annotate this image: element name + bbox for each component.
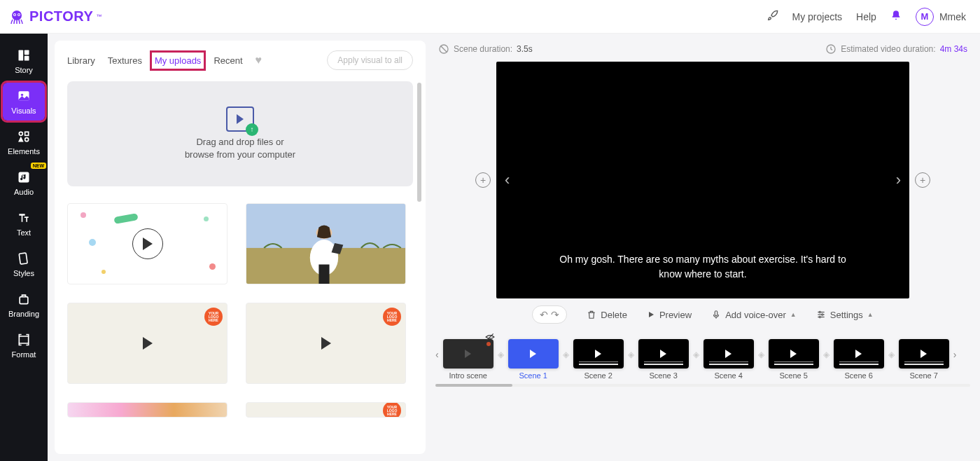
timeline-item-intro[interactable]: Intro scene [443, 339, 493, 380]
timeline-insert-icon[interactable]: ◈ [563, 350, 569, 369]
timeline-thumb [769, 339, 819, 369]
upload-thumb[interactable]: YOUR LOGO HERE [67, 303, 227, 384]
mic-icon [711, 310, 721, 319]
sidebar-item-format[interactable]: Format [3, 326, 45, 364]
play-icon [647, 310, 655, 319]
format-icon [16, 332, 31, 348]
header-right: My projects Help M Mmek [767, 8, 967, 26]
timeline-thumb [508, 339, 559, 369]
sidebar-item-text[interactable]: Text [3, 205, 45, 242]
uploads-grid: YOUR LOGO HERE YOUR LOGO HERE YOUR LOGO … [67, 203, 413, 418]
sidebar-item-visuals[interactable]: Visuals [3, 83, 45, 121]
tab-my-uploads[interactable]: My uploads [155, 55, 201, 66]
svg-rect-11 [25, 132, 29, 135]
svg-point-4 [18, 14, 20, 15]
video-preview[interactable]: ‹ › Oh my gosh. There are so many myths … [496, 62, 909, 298]
tab-library[interactable]: Library [67, 55, 95, 66]
sliders-icon [816, 310, 826, 319]
apply-visual-to-all-button[interactable]: Apply visual to all [327, 50, 413, 70]
svg-point-31 [821, 314, 822, 315]
upload-thumb[interactable]: YOUR LOGO HERE [246, 303, 406, 384]
settings-button[interactable]: Settings ▲ [816, 310, 874, 320]
sidebar-item-branding[interactable]: Branding [3, 286, 45, 324]
trash-icon [587, 310, 596, 319]
next-scene-button[interactable]: › [890, 171, 906, 189]
timeline-item-scene-1[interactable]: Scene 1 [508, 339, 559, 380]
help-link[interactable]: Help [856, 11, 876, 22]
timeline-item-scene-6[interactable]: Scene 6 [834, 339, 884, 380]
user-menu[interactable]: M Mmek [916, 8, 966, 26]
upload-thumb[interactable] [67, 402, 227, 418]
clock-icon [825, 43, 836, 55]
undo-button[interactable]: ↶ [540, 309, 548, 320]
tab-textures[interactable]: Textures [108, 55, 142, 66]
timeline-insert-icon[interactable]: ◈ [498, 350, 504, 369]
svg-point-3 [14, 14, 15, 15]
upload-thumb[interactable] [67, 203, 227, 284]
timeline-scrollbar[interactable] [435, 384, 970, 387]
caption-text: Oh my gosh. There are so many myths abou… [496, 252, 909, 282]
timeline-scroll-right[interactable]: › [953, 349, 957, 370]
add-voiceover-button[interactable]: Add voice-over ▲ [711, 310, 797, 320]
timeline: ‹ Intro scene ◈ Scene 1 ◈ Scene 2 ◈ [433, 339, 973, 380]
preview-panel: Scene duration: 3.5s Estimated video dur… [433, 41, 973, 454]
timeline-insert-icon[interactable]: ◈ [693, 350, 699, 369]
add-scene-after-button[interactable]: + [915, 172, 930, 188]
upload-dropzone[interactable]: ↑ Drag and drop files or browse from you… [67, 81, 413, 186]
scene-duration-label: Scene duration: [454, 44, 512, 54]
favorites-icon[interactable]: ♥ [255, 54, 262, 67]
delete-button[interactable]: Delete [587, 310, 627, 320]
add-scene-before-button[interactable]: + [475, 172, 491, 188]
timeline-insert-icon[interactable]: ◈ [628, 350, 634, 369]
thumb-image [246, 204, 405, 284]
logo-placeholder-badge: YOUR LOGO HERE [383, 308, 401, 326]
svg-rect-26 [715, 311, 718, 316]
timeline-item-scene-2[interactable]: Scene 2 [573, 339, 624, 380]
caret-up-icon: ▲ [867, 311, 874, 318]
svg-rect-7 [24, 56, 29, 61]
svg-line-24 [440, 46, 447, 52]
timeline-thumb [704, 339, 754, 369]
sidebar-item-elements[interactable]: Elements [3, 123, 45, 161]
preview-button[interactable]: Preview [647, 310, 692, 320]
svg-point-32 [819, 316, 820, 317]
timeline-thumb [899, 339, 949, 369]
logo-text: PICTORY [29, 8, 93, 25]
redo-button[interactable]: ↷ [551, 309, 559, 320]
svg-rect-5 [19, 50, 24, 61]
prev-scene-button[interactable]: ‹ [499, 171, 515, 189]
upload-thumb[interactable] [246, 203, 406, 284]
elements-icon [16, 129, 31, 144]
text-icon [16, 210, 31, 226]
svg-rect-15 [20, 297, 28, 304]
svg-rect-14 [19, 253, 27, 264]
logo-placeholder-badge: YOUR LOGO HERE [204, 308, 223, 326]
timeline-insert-icon[interactable]: ◈ [758, 350, 764, 369]
svg-point-0 [12, 11, 22, 20]
visuals-icon [16, 88, 31, 104]
preview-toolbar: ↶ ↷ Delete Preview Add voice-over ▲ Sett… [433, 305, 973, 324]
timeline-insert-icon[interactable]: ◈ [823, 350, 830, 369]
svg-rect-16 [19, 336, 28, 343]
branding-icon [16, 291, 31, 307]
hidden-icon [485, 332, 495, 342]
upgrade-icon[interactable] [767, 10, 778, 24]
top-header: PICTORY ™ My projects Help M Mmek [0, 0, 980, 34]
sidebar-item-story[interactable]: Story [3, 42, 45, 80]
my-projects-link[interactable]: My projects [792, 11, 843, 22]
sidebar-item-audio[interactable]: NEW Audio [3, 164, 45, 202]
timeline-item-scene-3[interactable]: Scene 3 [638, 339, 689, 380]
logo[interactable]: PICTORY ™ [8, 8, 102, 25]
timeline-item-scene-4[interactable]: Scene 4 [704, 339, 754, 380]
tab-recent[interactable]: Recent [214, 55, 242, 66]
notifications-icon[interactable] [890, 10, 902, 23]
timeline-item-scene-7[interactable]: Scene 7 [899, 339, 949, 380]
timeline-item-scene-5[interactable]: Scene 5 [769, 339, 819, 380]
timeline-insert-icon[interactable]: ◈ [888, 350, 895, 369]
upload-thumb[interactable]: YOUR LOGO HERE [246, 402, 406, 418]
scrollbar[interactable] [417, 83, 421, 446]
left-sidebar: Story Visuals Elements NEW Audio Text St… [0, 34, 48, 461]
sidebar-item-styles[interactable]: Styles [3, 245, 45, 283]
timeline-scroll-left[interactable]: ‹ [435, 349, 439, 370]
story-icon [16, 48, 31, 63]
